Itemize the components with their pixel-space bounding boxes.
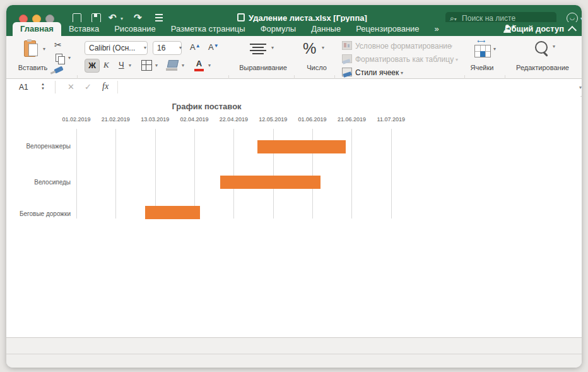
confirm-entry-icon[interactable]: ✓ (85, 82, 91, 92)
ribbon-tab-3[interactable]: Рисование (107, 22, 163, 36)
bold-button[interactable]: Ж (85, 59, 100, 73)
share-button[interactable]: Общий доступ (505, 22, 564, 36)
search-icon: ⌕ (450, 14, 454, 23)
cut-icon[interactable]: ✂ (54, 40, 62, 50)
ribbon-tab-5[interactable]: Формулы (253, 22, 304, 36)
fill-color-dropdown-icon[interactable]: ▾ (182, 63, 184, 68)
editing-group-label[interactable]: Редактирование (511, 64, 574, 71)
shrink-font-button[interactable]: A▼ (208, 42, 219, 52)
quick-access-menu-icon[interactable] (155, 14, 163, 15)
cells-dropdown-icon[interactable]: ▾ (493, 46, 496, 52)
font-color-dropdown-icon[interactable]: ▾ (208, 63, 211, 68)
formula-bar: A1 ▲▼ ✕ ✓ fx ▾ (6, 79, 582, 97)
alignment-group-label[interactable]: Выравнивание (237, 64, 289, 71)
ribbon: ▾ Вставить ✂ ▾ Calibri (Осн... ▾ 16 ▾ A▲… (6, 36, 582, 79)
conditional-formatting-icon (342, 41, 352, 50)
copy-icon[interactable] (56, 54, 62, 62)
status-bar: Среднее: 21796,5 Количество: 17 Сумма: 2… (6, 354, 582, 368)
ribbon-tab-8[interactable]: » (427, 22, 447, 36)
underline-button[interactable]: Ч (119, 60, 124, 69)
save-icon[interactable] (91, 13, 101, 23)
formula-bar-expand-icon[interactable]: ▾ (579, 85, 582, 90)
sheet-tab-bar: microexcel.ru (1)microexcel.ru (2)microe… (6, 337, 582, 354)
cells-icon[interactable] (474, 45, 491, 57)
ribbon-tab-6[interactable]: Данные (303, 22, 348, 36)
number-group-label[interactable]: Число (291, 64, 342, 71)
ribbon-tab-1[interactable]: Главная (13, 22, 61, 36)
format-as-table-icon (342, 54, 352, 63)
undo-dropdown-icon[interactable]: ▾ (121, 16, 123, 21)
ribbon-tab-bar: ГлавнаяВставкаРисованиеРазметка страницы… (6, 22, 582, 36)
borders-dropdown-icon[interactable]: ▾ (155, 63, 158, 68)
name-box[interactable]: A1 (13, 79, 60, 95)
paste-dropdown-icon[interactable]: ▾ (43, 46, 45, 52)
search-placeholder: Поиск на листе (462, 14, 515, 23)
screenshot-root: ↶ ▾ ↷ Удаление листа.xlsx [Группа] ⌕▾ По… (0, 0, 588, 372)
font-size-select[interactable]: 16 (153, 41, 182, 55)
fill-color-icon[interactable] (167, 60, 179, 68)
cell-styles-dropdown-icon[interactable]: ▾ (401, 70, 403, 76)
excel-window: ↶ ▾ ↷ Удаление листа.xlsx [Группа] ⌕▾ По… (6, 5, 582, 368)
formula-input[interactable] (120, 79, 574, 95)
cells-group-label[interactable]: Ячейки (467, 64, 497, 71)
grow-font-button[interactable]: A▲ (190, 42, 201, 52)
number-dropdown-icon[interactable]: ▾ (322, 45, 324, 51)
editing-dropdown-icon[interactable]: ▾ (553, 44, 555, 49)
editing-search-icon[interactable] (535, 41, 548, 54)
font-color-red-bar (194, 69, 204, 71)
format-painter-icon[interactable] (54, 66, 64, 73)
italic-button[interactable]: К (103, 60, 109, 70)
format-as-table-dropdown-icon: ▾ (456, 57, 458, 63)
cancel-entry-icon[interactable]: ✕ (68, 82, 74, 92)
font-color-button[interactable]: А (194, 59, 204, 68)
conditional-formatting-button: Условное форматирование (355, 42, 452, 51)
search-dropdown-icon: ▾ (454, 16, 457, 22)
font-name-dropdown-icon[interactable]: ▾ (144, 45, 146, 51)
font-name-select[interactable]: Calibri (Осн... (85, 41, 148, 55)
cell-styles-button[interactable]: Стили ячеек (355, 68, 399, 77)
conditional-formatting-dropdown-icon: ▾ (450, 44, 452, 49)
name-box-spinner[interactable]: ▲▼ (41, 82, 45, 91)
number-format-icon[interactable]: % (303, 40, 316, 57)
ribbon-tab-2[interactable]: Вставка (61, 22, 107, 36)
format-as-table-button: Форматировать как таблицу (355, 55, 454, 64)
ribbon-tab-4[interactable]: Разметка страницы (163, 22, 253, 36)
cells-resize-arrows-icon: ⟷ (474, 40, 488, 43)
sheet-background (6, 96, 580, 337)
feedback-dropdown-icon[interactable]: ▾ (580, 16, 582, 21)
copy-dropdown-icon[interactable]: ▾ (68, 55, 71, 61)
alignment-dropdown-icon[interactable]: ▾ (271, 45, 274, 51)
paste-button-label[interactable]: Вставить (15, 64, 50, 71)
worksheet-grid: ABCDEFGHI12345678910111213141516171819Да… (6, 96, 582, 337)
paste-clipboard-icon[interactable] (24, 39, 39, 58)
title-bar: ↶ ▾ ↷ Удаление листа.xlsx [Группа] ⌕▾ По… (6, 5, 582, 22)
underline-dropdown-icon[interactable]: ▾ (129, 63, 131, 68)
borders-icon[interactable] (141, 60, 152, 71)
font-size-dropdown-icon[interactable]: ▾ (179, 45, 182, 51)
ribbon-tab-7[interactable]: Рецензирование (348, 22, 426, 36)
insert-function-icon[interactable]: fx (102, 81, 109, 92)
cell-styles-icon[interactable] (342, 68, 352, 76)
window-title: Удаление листа.xlsx [Группа] (249, 13, 367, 23)
alignment-icon[interactable] (250, 44, 266, 54)
excel-document-icon (237, 13, 245, 21)
